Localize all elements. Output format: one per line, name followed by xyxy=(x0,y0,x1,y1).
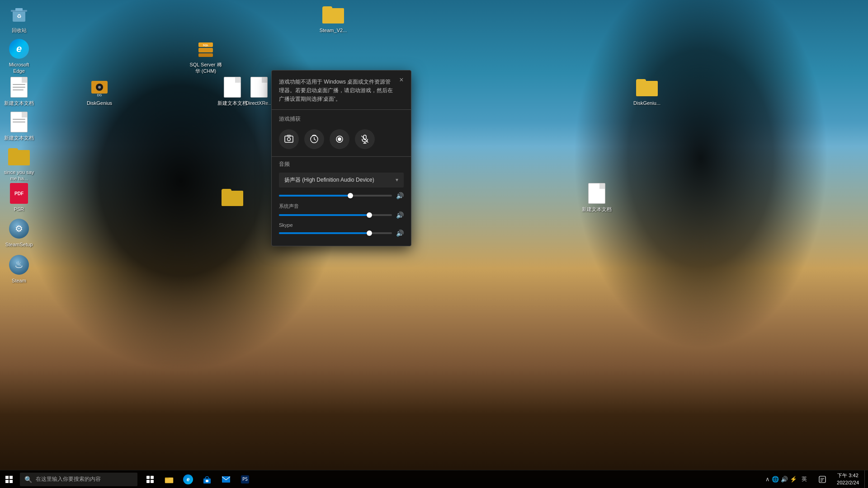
audio-device-arrow-icon: ▾ xyxy=(396,177,398,183)
svg-rect-12 xyxy=(285,136,293,142)
desktop-icon-edge[interactable]: e Microsoft Edge xyxy=(1,36,37,76)
svg-rect-37 xyxy=(819,476,826,483)
powershell-button[interactable]: PS xyxy=(236,470,254,488)
start-button[interactable] xyxy=(0,470,18,488)
audio-device-selector[interactable]: 扬声器 (High Definition Audio Device) ▾ xyxy=(279,173,404,188)
desktop-icon-label: Microsoft Edge xyxy=(3,61,35,75)
desktop-icon-label: SQL Server 稀华 (CHM) xyxy=(189,61,222,75)
desktop-icon-label: 回收站 xyxy=(12,27,27,33)
task-view-button[interactable] xyxy=(141,470,159,488)
new-doc-1-icon xyxy=(8,76,30,98)
game-panel-header: 游戏功能不适用于 Windows 桌面或文件资源管理器。若要启动桌面广播，请启动… xyxy=(272,70,411,109)
desktop-icon-label: Steam xyxy=(12,277,26,284)
audio-device-name: 扬声器 (High Definition Audio Device) xyxy=(284,176,374,184)
capture-buttons-row xyxy=(279,127,404,151)
speaker-slider-thumb xyxy=(348,193,353,198)
desktop-icon-psr[interactable]: PDF PSR xyxy=(1,181,37,214)
system-slider-fill xyxy=(279,214,369,216)
file-explorer-button[interactable] xyxy=(160,470,178,488)
desktop-icon-label: DiskGenius xyxy=(87,100,112,106)
svg-rect-28 xyxy=(151,476,154,479)
svg-text:DG: DG xyxy=(97,94,102,97)
mic-button[interactable] xyxy=(355,129,375,149)
taskbar-search[interactable]: 🔍 在这里输入你要搜索的内容 xyxy=(20,473,137,486)
directx-icon xyxy=(248,76,270,98)
skype-volume-row: Skype 🔊 xyxy=(279,222,404,237)
system-slider-track[interactable] xyxy=(279,214,392,216)
desktop-icon-new-doc-right[interactable]: 新建文本文档 xyxy=(579,181,615,214)
skype-volume-icon: 🔊 xyxy=(396,230,404,237)
svg-text:PS: PS xyxy=(242,477,248,482)
desktop-icon-steam[interactable]: ♨ Steam xyxy=(1,252,37,286)
screenshot-button[interactable] xyxy=(279,129,299,149)
svg-point-13 xyxy=(288,137,291,141)
svg-rect-5 xyxy=(198,48,213,52)
taskbar-clock[interactable]: 下午 3:42 2022/2/24 xyxy=(831,470,864,488)
diskgenius-2-icon xyxy=(636,76,658,98)
speaker-slider-fill xyxy=(279,195,350,197)
new-doc-2-icon xyxy=(8,111,30,133)
new-doc-3-icon xyxy=(222,76,243,98)
show-hidden-icons-button[interactable]: ∧ xyxy=(765,476,770,483)
edge-taskbar-button[interactable]: e xyxy=(179,470,197,488)
system-sound-row: 系统声音 🔊 xyxy=(279,203,404,219)
desktop-icon-new-doc-1[interactable]: 新建文本文档 xyxy=(1,75,37,108)
diskgenius-1-icon: DG xyxy=(89,76,110,98)
action-center-button[interactable] xyxy=(813,470,831,488)
record-button[interactable] xyxy=(330,129,349,149)
svg-text:♻: ♻ xyxy=(17,13,22,19)
desktop-icon-label: DirectXRe... xyxy=(245,100,272,106)
system-sound-control: 🔊 xyxy=(279,211,404,219)
svg-rect-25 xyxy=(5,480,9,483)
desktop-icon-since[interactable]: since you say me ha... xyxy=(1,144,37,184)
desktop-icon-steam-v2[interactable]: Steam_V2... xyxy=(315,2,351,35)
desktop-icon-label: Steam_V2... xyxy=(320,27,347,33)
desktop-icon-diskgenius-1[interactable]: DG DiskGenius xyxy=(81,75,118,108)
skype-label: Skype xyxy=(279,222,404,228)
desktop-icons-layer: ♻ 回收站 e Microsoft Edge 新建文本文档 xyxy=(0,0,868,470)
recycle-icon: ♻ xyxy=(8,4,30,25)
since-folder-icon xyxy=(8,145,30,167)
steam-icon: ♨ xyxy=(8,254,30,276)
store-button[interactable] xyxy=(198,470,216,488)
skype-slider-track[interactable] xyxy=(279,232,392,234)
taskbar: 🔍 在这里输入你要搜索的内容 e xyxy=(0,470,868,488)
desktop-icon-recycle[interactable]: ♻ 回收站 xyxy=(1,2,37,35)
game-panel: 游戏功能不适用于 Windows 桌面或文件资源管理器。若要启动桌面广播，请启动… xyxy=(271,70,411,246)
speaker-volume-icon: 🔊 xyxy=(396,192,404,199)
desktop-icon-new-doc-2[interactable]: 新建文本文档 xyxy=(1,109,37,143)
desktop-icon-label: 新建文本文档 xyxy=(4,100,34,106)
language-indicator[interactable]: 英 xyxy=(799,475,810,483)
close-button[interactable]: × xyxy=(396,75,406,85)
capture-section: 游戏捕获 xyxy=(272,110,411,156)
svg-text:SQL: SQL xyxy=(203,44,209,47)
desktop-icon-sql[interactable]: SQL SQL Server 稀华 (CHM) xyxy=(188,36,224,76)
desktop-icon-steamsetup[interactable]: ⚙ SteamSetup xyxy=(1,216,37,249)
svg-rect-26 xyxy=(9,480,13,483)
svg-point-10 xyxy=(98,86,101,89)
desktop-icon-small-folder[interactable] xyxy=(214,184,250,211)
steamsetup-icon: ⚙ xyxy=(8,218,30,239)
network-icon[interactable]: 🌐 xyxy=(772,476,779,483)
search-icon: 🔍 xyxy=(24,476,32,483)
svg-rect-6 xyxy=(198,53,213,57)
svg-rect-30 xyxy=(151,480,154,483)
svg-rect-29 xyxy=(146,480,150,483)
desktop-icon-label: SteamSetup xyxy=(5,241,33,248)
volume-icon[interactable]: 🔊 xyxy=(781,476,788,483)
audio-section-title: 音频 xyxy=(279,160,404,168)
power-icon[interactable]: ⚡ xyxy=(790,476,797,483)
mail-button[interactable] xyxy=(217,470,235,488)
clip-button[interactable] xyxy=(304,129,324,149)
skype-slider-fill xyxy=(279,232,369,234)
desktop-icon-label: since you say me ha... xyxy=(3,169,35,182)
system-volume-icon: 🔊 xyxy=(396,211,404,219)
svg-rect-24 xyxy=(9,476,13,479)
svg-rect-27 xyxy=(146,476,150,479)
desktop-icon-diskgenius-2[interactable]: DiskGeniu... xyxy=(629,75,665,108)
skype-slider-thumb xyxy=(367,230,372,236)
speaker-slider-track[interactable] xyxy=(279,195,392,197)
speaker-volume-control: 🔊 xyxy=(279,192,404,199)
show-desktop-button[interactable] xyxy=(864,470,868,488)
desktop-icon-label: PSR xyxy=(14,206,24,212)
